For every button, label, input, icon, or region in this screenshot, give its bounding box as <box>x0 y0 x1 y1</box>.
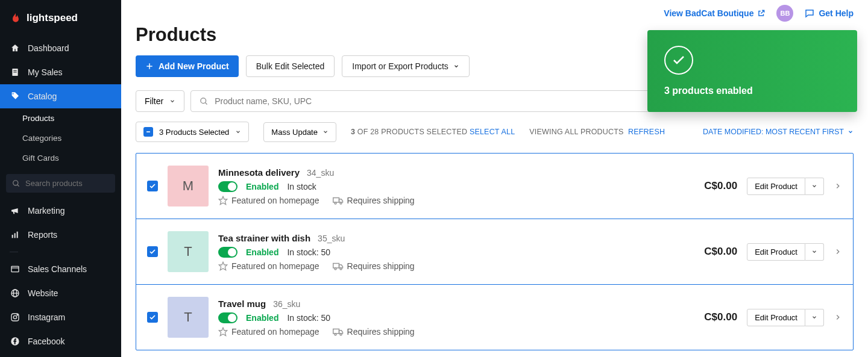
logo: lightspeed <box>0 0 121 36</box>
sidebar-item-label: Catalog <box>28 92 57 101</box>
sidebar-sub-giftcards[interactable]: Gift Cards <box>0 148 121 168</box>
refresh-link[interactable]: REFRESH <box>628 128 665 136</box>
main: View BadCat Boutique BB Get Help Product… <box>121 0 868 357</box>
enabled-toggle[interactable] <box>218 312 237 323</box>
sidebar-item-saleschannels[interactable]: Sales Channels <box>0 257 121 281</box>
indeterminate-icon <box>143 127 153 137</box>
edit-product-button[interactable]: Edit Product <box>747 178 805 195</box>
enabled-toggle[interactable] <box>218 247 237 258</box>
product-price: C$0.00 <box>704 180 737 192</box>
sort-dropdown[interactable]: DATE MODIFIED: MOST RECENT FIRST <box>703 128 854 136</box>
row-checkbox[interactable] <box>147 246 158 257</box>
product-sku: 34_sku <box>307 168 334 178</box>
chat-icon <box>804 8 815 19</box>
sidebar-item-label: Instagram <box>28 312 65 322</box>
mass-update-button[interactable]: Mass Update <box>263 122 336 142</box>
select-all-link[interactable]: SELECT ALL <box>470 128 515 136</box>
chevron-right-icon[interactable] <box>834 247 842 256</box>
product-thumb: T <box>168 297 209 338</box>
filter-button[interactable]: Filter <box>136 90 184 112</box>
product-row[interactable]: T Travel mug 36_sku Enabled In stock: 50… <box>136 285 853 350</box>
stock-label: In stock: 50 <box>287 247 330 257</box>
sidebar-item-website[interactable]: Website <box>0 281 121 305</box>
sidebar-search-input[interactable] <box>25 179 109 188</box>
edit-group: Edit Product <box>747 178 824 195</box>
divider <box>10 252 18 252</box>
edit-product-button[interactable]: Edit Product <box>747 243 805 261</box>
svg-point-33 <box>340 334 342 335</box>
search-icon <box>200 97 209 106</box>
sidebar-item-instagram[interactable]: Instagram <box>0 305 121 329</box>
edit-product-button[interactable]: Edit Product <box>747 309 805 326</box>
featured-attr: Featured on homepage <box>218 261 319 271</box>
svg-point-19 <box>201 98 206 103</box>
sidebar-item-label: Marketing <box>28 206 64 216</box>
globe-icon <box>10 288 20 299</box>
edit-caret-button[interactable] <box>805 243 824 261</box>
product-info: Minnesota delivery 34_sku Enabled In sto… <box>218 167 694 205</box>
sidebar-item-catalog[interactable]: Catalog <box>0 84 121 108</box>
product-thumb: M <box>168 166 209 206</box>
edit-caret-button[interactable] <box>805 309 824 326</box>
sidebar-sub-categories[interactable]: Categories <box>0 128 121 148</box>
star-icon <box>218 196 228 205</box>
sidebar-item-reports[interactable]: Reports <box>0 223 121 247</box>
svg-rect-6 <box>14 233 16 238</box>
help-link[interactable]: Get Help <box>804 8 854 19</box>
sidebar-item-mysales[interactable]: My Sales <box>0 60 121 84</box>
viewing-status: VIEWING ALL PRODUCTS REFRESH <box>529 128 665 136</box>
featured-attr: Featured on homepage <box>218 327 319 337</box>
chevron-down-icon <box>811 249 817 255</box>
enabled-toggle[interactable] <box>218 181 237 192</box>
plus-icon <box>145 62 154 70</box>
search-icon <box>12 179 20 188</box>
product-row[interactable]: M Minnesota delivery 34_sku Enabled In s… <box>136 154 853 219</box>
chevron-down-icon <box>169 98 175 104</box>
svg-rect-1 <box>13 70 16 71</box>
edit-group: Edit Product <box>747 243 824 261</box>
bulk-edit-button[interactable]: Bulk Edit Selected <box>246 55 335 77</box>
avatar[interactable]: BB <box>776 5 793 22</box>
row-checkbox[interactable] <box>147 312 158 323</box>
product-sku: 36_sku <box>273 299 300 309</box>
sidebar-item-label: Website <box>28 288 58 298</box>
add-product-button[interactable]: Add New Product <box>136 55 239 77</box>
truck-icon <box>333 328 344 336</box>
sidebar-search[interactable] <box>6 174 115 193</box>
svg-point-14 <box>13 315 16 318</box>
truck-icon <box>333 196 344 205</box>
sidebar-item-facebook[interactable]: Facebook <box>0 329 121 353</box>
view-store-link[interactable]: View BadCat Boutique <box>664 8 766 18</box>
svg-rect-23 <box>333 197 339 202</box>
sidebar-sub-products[interactable]: Products <box>0 108 121 128</box>
chevron-down-icon <box>811 314 817 320</box>
chevron-right-icon[interactable] <box>834 313 842 321</box>
chevron-down-icon <box>453 63 459 69</box>
edit-caret-button[interactable] <box>805 178 824 195</box>
sidebar-item-marketing[interactable]: Marketing <box>0 199 121 223</box>
sidebar-item-label: Dashboard <box>28 43 69 53</box>
svg-rect-5 <box>12 235 13 238</box>
selected-button[interactable]: 3 Products Selected <box>136 122 249 142</box>
chevron-down-icon <box>235 129 241 135</box>
product-name: Tea strainer with dish <box>218 233 310 243</box>
window-icon <box>10 264 20 275</box>
megaphone-icon <box>10 205 20 216</box>
row-checkbox[interactable] <box>147 181 158 191</box>
product-row[interactable]: T Tea strainer with dish 35_sku Enabled … <box>136 219 853 285</box>
receipt-icon <box>10 67 20 78</box>
shipping-attr: Requires shipping <box>333 327 415 337</box>
svg-line-4 <box>17 184 19 186</box>
svg-point-3 <box>13 180 18 185</box>
shipping-attr: Requires shipping <box>333 196 415 205</box>
barchart-icon <box>10 229 20 240</box>
sidebar-item-dashboard[interactable]: Dashboard <box>0 36 121 60</box>
svg-rect-8 <box>11 266 19 272</box>
svg-marker-26 <box>219 262 227 270</box>
svg-point-32 <box>335 334 336 335</box>
import-export-button[interactable]: Import or Export Products <box>342 55 470 77</box>
star-icon <box>218 261 228 271</box>
product-name: Minnesota delivery <box>218 167 300 178</box>
stock-label: In stock: 50 <box>287 313 330 323</box>
chevron-right-icon[interactable] <box>834 182 842 190</box>
